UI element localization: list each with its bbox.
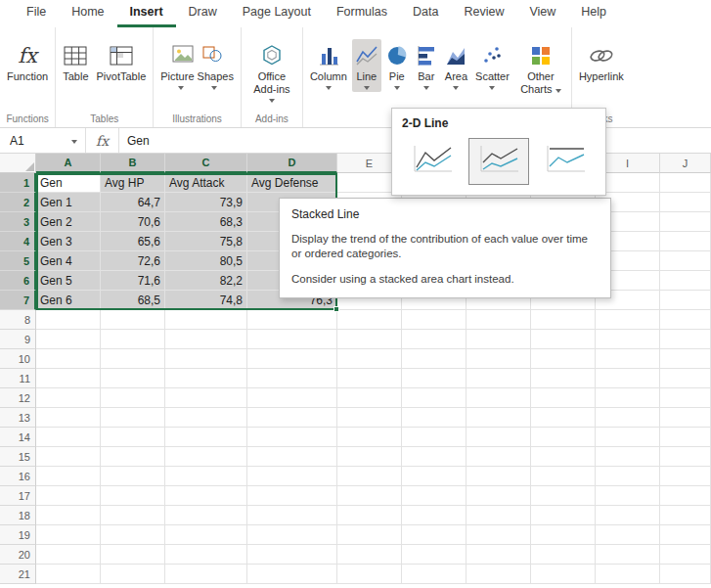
row-header-8[interactable]: 8 [0, 310, 36, 330]
cell-A7[interactable]: Gen 6 [36, 291, 101, 310]
row-header-13[interactable]: 13 [0, 408, 36, 428]
cell-E20[interactable] [337, 545, 402, 565]
cell-H8[interactable] [531, 310, 596, 330]
cell-G16[interactable] [467, 467, 531, 486]
cell-A19[interactable] [36, 525, 101, 545]
column-header-B[interactable]: B [101, 154, 165, 173]
cell-J10[interactable] [660, 349, 711, 369]
cell-C2[interactable]: 73,9 [165, 193, 247, 212]
cell-D17[interactable] [247, 486, 337, 506]
cell-B5[interactable]: 72,6 [101, 251, 165, 271]
cell-B1[interactable]: Avg HP [101, 173, 165, 193]
cell-F14[interactable] [402, 428, 467, 447]
cell-E17[interactable] [337, 486, 402, 506]
cell-J6[interactable] [660, 271, 711, 291]
cell-B13[interactable] [101, 408, 165, 428]
cell-J2[interactable] [660, 193, 711, 212]
cell-F17[interactable] [402, 486, 467, 506]
cell-A14[interactable] [36, 428, 101, 447]
cell-J8[interactable] [660, 310, 711, 330]
scatter-chart-button[interactable]: Scatter [472, 39, 512, 92]
cell-H17[interactable] [531, 486, 596, 506]
cell-G13[interactable] [467, 408, 531, 428]
tab-review[interactable]: Review [451, 0, 516, 27]
cell-A21[interactable] [36, 565, 101, 584]
cell-C11[interactable] [165, 369, 247, 388]
cell-J9[interactable] [660, 330, 711, 349]
cell-B2[interactable]: 64,7 [101, 193, 165, 212]
row-header-4[interactable]: 4 [0, 232, 36, 251]
cell-F19[interactable] [402, 525, 467, 545]
cell-D16[interactable] [247, 467, 337, 486]
cell-I16[interactable] [596, 467, 660, 486]
cell-G12[interactable] [467, 388, 531, 408]
cell-I17[interactable] [596, 486, 660, 506]
row-header-16[interactable]: 16 [0, 467, 36, 486]
cell-D20[interactable] [247, 545, 337, 565]
tab-home[interactable]: Home [59, 0, 116, 27]
cell-I15[interactable] [596, 447, 660, 467]
function-button[interactable]: fx Function [4, 39, 51, 85]
cell-D8[interactable] [247, 310, 337, 330]
cell-F9[interactable] [402, 330, 467, 349]
cell-B19[interactable] [101, 525, 165, 545]
cell-C10[interactable] [165, 349, 247, 369]
cell-I20[interactable] [596, 545, 660, 565]
line-option[interactable] [402, 138, 463, 185]
cell-F16[interactable] [402, 467, 467, 486]
picture-shapes-buttons[interactable]: Picture Shapes [157, 39, 237, 92]
100-stacked-line-option[interactable] [535, 138, 596, 185]
row-header-14[interactable]: 14 [0, 428, 36, 447]
cell-C17[interactable] [165, 486, 247, 506]
cell-E14[interactable] [337, 428, 402, 447]
pivottable-button[interactable]: PivotTable [94, 39, 150, 85]
cell-H10[interactable] [531, 349, 596, 369]
row-header-9[interactable]: 9 [0, 330, 36, 349]
line-chart-button[interactable]: Line [352, 39, 381, 92]
cell-I8[interactable] [596, 310, 660, 330]
cell-A20[interactable] [36, 545, 101, 565]
cell-F11[interactable] [402, 369, 467, 388]
cell-A16[interactable] [36, 467, 101, 486]
cell-I13[interactable] [596, 408, 660, 428]
cell-B20[interactable] [101, 545, 165, 565]
cell-E18[interactable] [337, 506, 402, 525]
cell-A10[interactable] [36, 349, 101, 369]
cell-J18[interactable] [660, 506, 711, 525]
column-header-J[interactable]: J [660, 154, 711, 173]
row-header-3[interactable]: 3 [0, 212, 36, 232]
cell-D14[interactable] [247, 428, 337, 447]
row-header-17[interactable]: 17 [0, 486, 36, 506]
cell-B12[interactable] [101, 388, 165, 408]
cell-H19[interactable] [531, 525, 596, 545]
cell-C19[interactable] [165, 525, 247, 545]
cell-D12[interactable] [247, 388, 337, 408]
cell-F8[interactable] [402, 310, 467, 330]
row-header-7[interactable]: 7 [0, 291, 36, 310]
cell-B15[interactable] [101, 447, 165, 467]
cell-A6[interactable]: Gen 5 [36, 271, 101, 291]
cell-H20[interactable] [531, 545, 596, 565]
cell-G21[interactable] [467, 565, 531, 584]
cell-J7[interactable] [660, 291, 711, 310]
cell-I9[interactable] [596, 330, 660, 349]
cell-A2[interactable]: Gen 1 [36, 193, 101, 212]
tab-view[interactable]: View [516, 0, 568, 27]
tab-help[interactable]: Help [568, 0, 619, 27]
cell-C13[interactable] [165, 408, 247, 428]
cell-B6[interactable]: 71,6 [101, 271, 165, 291]
cell-E8[interactable] [337, 310, 402, 330]
cell-G17[interactable] [467, 486, 531, 506]
cell-I11[interactable] [596, 369, 660, 388]
cell-C7[interactable]: 74,8 [165, 291, 247, 310]
cell-A13[interactable] [36, 408, 101, 428]
cell-J14[interactable] [660, 428, 711, 447]
cell-D10[interactable] [247, 349, 337, 369]
cell-C3[interactable]: 68,3 [165, 212, 247, 232]
column-header-A[interactable]: A [36, 154, 101, 173]
cell-E12[interactable] [337, 388, 402, 408]
cell-D1[interactable]: Avg Defense [247, 173, 337, 193]
cell-B7[interactable]: 68,5 [101, 291, 165, 310]
cell-B9[interactable] [101, 330, 165, 349]
cell-B21[interactable] [101, 565, 165, 584]
